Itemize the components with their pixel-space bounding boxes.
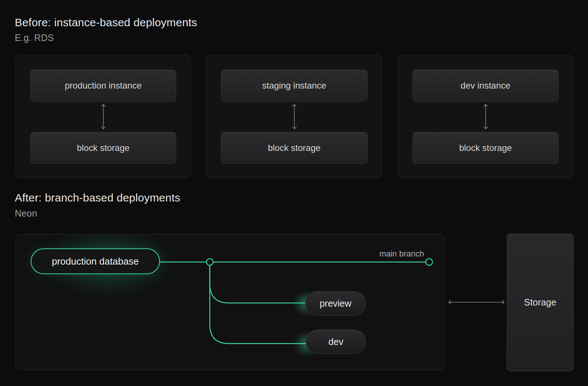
bidirectional-vertical-arrow-icon [482,103,489,130]
storage-label: Storage [524,297,557,308]
staging-instance-box: staging instance [221,70,368,101]
dev-instance-box: dev instance [413,70,558,101]
after-section-title: After: branch-based deployments [15,192,180,204]
dev-branch-pill: dev [306,330,366,354]
before-section-subtitle: E.g. RDS [15,32,54,43]
main-branch-end-node [426,259,433,265]
instance-card-staging: staging instance block storage [206,55,382,178]
main-branch-label: main branch [332,249,424,259]
production-instance-box: production instance [30,70,176,101]
bidirectional-horizontal-arrow-icon [447,299,506,306]
bidirectional-vertical-arrow-icon [100,103,107,130]
block-storage-box: block storage [30,132,176,164]
preview-branch-label: preview [319,298,351,309]
block-storage-box: block storage [413,132,558,164]
block-storage-label: block storage [459,143,512,153]
branch-fork-node [206,259,213,265]
instance-card-production: production instance block storage [16,55,191,178]
instance-card-dev: dev instance block storage [398,55,573,178]
production-database-label: production database [52,256,139,267]
preview-branch-pill: preview [305,291,366,316]
production-database-pill: production database [31,248,160,274]
before-section-title: Before: instance-based deployments [15,16,197,29]
dev-instance-label: dev instance [461,80,510,91]
storage-box: Storage [507,234,574,371]
block-storage-label: block storage [77,143,130,153]
production-instance-label: production instance [65,80,141,91]
deployment-comparison-diagram: Before: instance-based deployments E.g. … [0,0,588,386]
block-storage-label: block storage [268,143,321,153]
staging-instance-label: staging instance [262,80,326,91]
branch-diagram-panel: production database main branch preview … [16,234,445,370]
after-section-subtitle: Neon [15,208,37,219]
dev-branch-label: dev [328,337,343,347]
block-storage-box: block storage [221,132,368,164]
bidirectional-vertical-arrow-icon [291,103,298,130]
